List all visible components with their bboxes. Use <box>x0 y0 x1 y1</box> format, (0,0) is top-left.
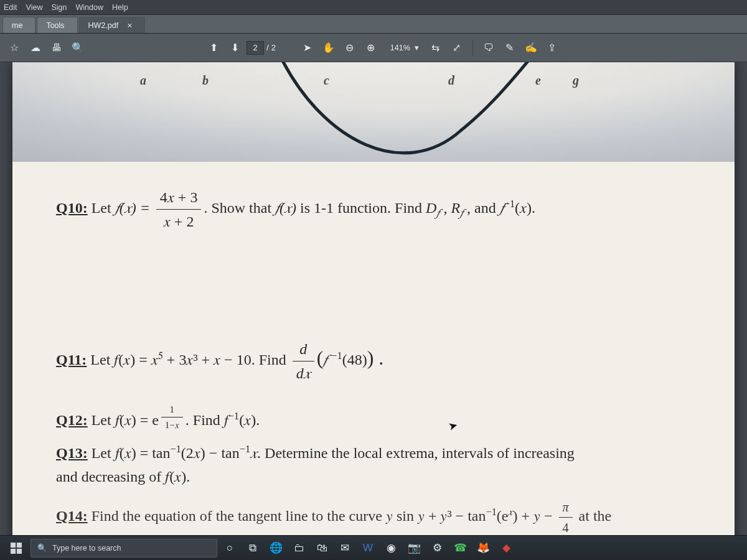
chrome-icon[interactable]: ◉ <box>380 538 402 559</box>
camera-icon[interactable]: 📷 <box>403 538 425 559</box>
fit-page-icon[interactable]: ⤢ <box>448 39 466 57</box>
q11-po: ( <box>317 347 324 369</box>
menu-help[interactable]: Help <box>112 3 128 12</box>
q13-inv1: −1 <box>171 443 181 455</box>
tick-a: a <box>140 73 146 88</box>
search-icon[interactable]: 🔍 <box>68 39 87 57</box>
explorer-icon[interactable]: 🗀 <box>288 538 309 559</box>
divider <box>472 40 473 55</box>
share-icon[interactable]: ⇪ <box>543 39 561 57</box>
tab-home-label: me <box>12 21 22 30</box>
q10-fx2: 𝑓(𝑥) <box>275 200 296 216</box>
q10-c2: , and <box>463 200 500 216</box>
q10-fx: 𝑓(𝑥) = <box>115 200 154 216</box>
zoom-out-icon[interactable]: ⊖ <box>341 39 359 57</box>
page-current-input[interactable]: 2 <box>247 41 264 55</box>
tab-document[interactable]: HW2.pdf × <box>79 17 146 33</box>
tick-b: b <box>202 73 209 88</box>
q10-den: 𝑥 + 2 <box>156 210 202 233</box>
q13-tb: . Determine the local extrema, intervals… <box>257 445 575 461</box>
cortana-icon[interactable]: ○ <box>219 538 240 559</box>
mail-icon[interactable]: ✉ <box>334 538 355 559</box>
q10-pre: Let <box>88 200 115 216</box>
word-icon[interactable]: W <box>357 538 378 559</box>
cloud-icon[interactable]: ☁ <box>26 39 45 57</box>
menu-sign[interactable]: Sign <box>51 3 67 12</box>
document-viewport[interactable]: a b c d e g Q10: Let 𝑓(𝑥) = 4𝑥 + 3𝑥 + 2.… <box>0 62 747 535</box>
highlight-icon[interactable]: ✎ <box>500 39 519 57</box>
q10-post1: . Show that <box>204 200 275 216</box>
question-13: Q13: Let 𝑓(𝑥) = tan−1(2𝑥) − tan−1𝑥. Dete… <box>56 441 691 489</box>
q13-mid: (2𝑥) − tan <box>181 445 240 461</box>
task-view-icon[interactable]: ⧉ <box>242 538 263 559</box>
tab-tools[interactable]: Tools <box>37 17 77 33</box>
graph-curve <box>274 62 535 174</box>
menu-window[interactable]: Window <box>75 3 103 12</box>
select-tool-icon[interactable]: ➤ <box>298 39 317 57</box>
question-14: Q14: Find the equation of the tangent li… <box>56 497 691 535</box>
fit-width-icon[interactable]: ⇆ <box>426 39 445 57</box>
pdf-page: a b c d e g Q10: Let 𝑓(𝑥) = 4𝑥 + 3𝑥 + 2.… <box>12 62 735 535</box>
q12-ta: Let 𝑓(𝑥) = e <box>88 412 159 428</box>
tick-d: d <box>448 73 454 88</box>
menubar: Edit View Sign Window Help <box>0 0 747 15</box>
start-button[interactable] <box>4 536 29 561</box>
q14-4: 4 <box>559 518 573 535</box>
sign-icon[interactable]: ✍ <box>522 39 540 57</box>
tab-home[interactable]: me <box>2 17 35 33</box>
page-up-icon[interactable]: ⬆ <box>204 39 223 57</box>
q10-finv-tail: (𝑥). <box>515 200 535 216</box>
chevron-down-icon[interactable]: ▾ <box>415 43 419 52</box>
q13-ta: Let 𝑓(𝑥) = tan <box>88 445 171 461</box>
zoom-in-icon[interactable]: ⊕ <box>362 39 380 57</box>
edge-icon[interactable]: 🌐 <box>265 538 286 559</box>
zoom-box[interactable]: 141% ▾ <box>388 43 419 52</box>
q11-finv-exp: −1 <box>331 350 342 362</box>
settings-icon[interactable]: ⚙ <box>426 538 448 559</box>
photo-glare <box>12 62 735 162</box>
print-icon[interactable]: 🖶 <box>47 39 66 57</box>
q14-tail2: at the <box>575 508 612 524</box>
q12-exp-den: 1−𝑥 <box>161 418 183 432</box>
firefox-icon[interactable]: 🦊 <box>472 538 494 559</box>
q10-df: D <box>426 200 436 216</box>
tabstrip: me Tools HW2.pdf × <box>0 15 747 34</box>
q11-dnum: d <box>293 337 314 362</box>
page-separator: / <box>266 43 269 52</box>
hand-tool-icon[interactable]: ✋ <box>319 39 338 57</box>
svg-rect-1 <box>17 543 22 548</box>
q11-ddx: dd𝑥 <box>293 337 314 386</box>
page-down-icon[interactable]: ⬇ <box>225 39 244 57</box>
menu-edit[interactable]: Edit <box>4 3 17 12</box>
menu-view[interactable]: View <box>26 3 43 12</box>
tick-g: g <box>573 73 579 88</box>
q14-tail1: ) + 𝑦 − <box>512 508 556 524</box>
comment-icon[interactable]: 🗨 <box>479 39 498 57</box>
question-10: Q10: Let 𝑓(𝑥) = 4𝑥 + 3𝑥 + 2. Show that 𝑓… <box>56 185 691 234</box>
q13-label: Q13: <box>56 445 88 461</box>
q13-inv2: −1 <box>240 443 250 455</box>
taskbar-search-icon: 🔍 <box>37 543 47 553</box>
acrobat-icon[interactable]: ◆ <box>496 538 517 559</box>
taskbar-search[interactable]: 🔍 Type here to search <box>31 539 217 558</box>
star-icon[interactable]: ☆ <box>5 39 24 57</box>
whatsapp-icon[interactable]: ☎ <box>449 538 471 559</box>
q10-finv-exp: −1 <box>504 198 515 210</box>
q14-pi4: π4 <box>559 497 573 535</box>
q10-post2: is 1-1 function. Find <box>296 200 426 216</box>
q10-finv: 𝑓 <box>500 200 504 216</box>
close-icon[interactable]: × <box>127 21 132 30</box>
tick-e: e <box>535 73 541 88</box>
q14-label: Q14: <box>56 508 88 524</box>
taskbar-search-placeholder: Type here to search <box>52 544 121 553</box>
page-indicator: 2 / 2 <box>247 41 276 55</box>
store-icon[interactable]: 🛍 <box>311 538 332 559</box>
q12-exp: 11−𝑥 <box>159 410 186 422</box>
q14-pi: π <box>559 497 573 518</box>
q14-inv: −1 <box>486 506 496 518</box>
q11-dden: d𝑥 <box>293 362 314 385</box>
page-total: 2 <box>271 43 276 52</box>
q14-mid: (e <box>497 508 509 524</box>
q11-label: Q11: <box>56 352 87 368</box>
page-body: Q10: Let 𝑓(𝑥) = 4𝑥 + 3𝑥 + 2. Show that 𝑓… <box>56 185 691 535</box>
